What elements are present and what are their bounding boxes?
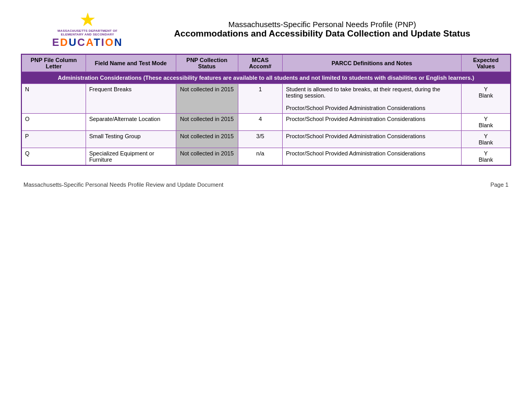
dept-text: MASSACHUSETTS DEPARTMENT OF ELEMENTARY A… bbox=[57, 29, 117, 37]
cell-letter-p: P bbox=[21, 131, 86, 148]
page-header: ★ MASSACHUSETTS DEPARTMENT OF ELEMENTARY… bbox=[52, 10, 511, 49]
footer-right: Page 1 bbox=[490, 182, 509, 188]
edu-text: EDUCATION bbox=[52, 37, 123, 49]
cell-mcas-n: 1 bbox=[238, 84, 283, 114]
cell-parcc-o: Proctor/School Provided Administration C… bbox=[283, 114, 462, 131]
star-icon: ★ bbox=[79, 10, 96, 29]
cell-field-q: Specialized Equipment or Furniture bbox=[86, 148, 176, 166]
col-header-letter: PNP File Column Letter bbox=[21, 54, 86, 72]
table-row: P Small Testing Group Not collected in 2… bbox=[21, 131, 511, 148]
main-table: PNP File Column Letter Field Name and Te… bbox=[21, 54, 511, 166]
cell-status-p: Not collected in 2015 bbox=[176, 131, 238, 148]
cell-letter-o: O bbox=[21, 114, 86, 131]
col-header-parcc: PARCC Definitions and Notes bbox=[283, 54, 462, 72]
title-sub: Accommodations and Accessibility Data Co… bbox=[133, 29, 511, 39]
cell-letter-n: N bbox=[21, 84, 86, 114]
table-row: Q Specialized Equipment or Furniture Not… bbox=[21, 148, 511, 166]
title-block: Massachusetts-Specific Personal Needs Pr… bbox=[133, 20, 511, 39]
cell-mcas-o: 4 bbox=[238, 114, 283, 131]
col-header-expected: Expected Values bbox=[461, 54, 511, 72]
cell-parcc-p: Proctor/School Provided Administration C… bbox=[283, 131, 462, 148]
col-header-status: PNP Collection Status bbox=[176, 54, 238, 72]
section-header-row: Administration Considerations (These acc… bbox=[21, 72, 511, 84]
cell-field-n: Frequent Breaks bbox=[86, 84, 176, 114]
cell-expected-o: Y Blank bbox=[461, 114, 511, 131]
logo-area: ★ MASSACHUSETTS DEPARTMENT OF ELEMENTARY… bbox=[52, 10, 123, 49]
table-header-row: PNP File Column Letter Field Name and Te… bbox=[21, 54, 511, 72]
cell-status-n: Not collected in 2015 bbox=[176, 84, 238, 114]
cell-field-o: Separate/Alternate Location bbox=[86, 114, 176, 131]
section-header-text: Administration Considerations (These acc… bbox=[21, 72, 511, 84]
cell-status-q: Not collected in 2015 bbox=[176, 148, 238, 166]
cell-expected-p: Y Blank bbox=[461, 131, 511, 148]
cell-mcas-p: 3/5 bbox=[238, 131, 283, 148]
cell-expected-n: Y Blank bbox=[461, 84, 511, 114]
page-footer: Massachusetts-Specific Personal Needs Pr… bbox=[21, 182, 511, 188]
cell-expected-q: Y Blank bbox=[461, 148, 511, 166]
footer-left: Massachusetts-Specific Personal Needs Pr… bbox=[23, 182, 223, 188]
table-row: N Frequent Breaks Not collected in 2015 … bbox=[21, 84, 511, 114]
cell-field-p: Small Testing Group bbox=[86, 131, 176, 148]
col-header-field: Field Name and Test Mode bbox=[86, 54, 176, 72]
cell-mcas-q: n/a bbox=[238, 148, 283, 166]
cell-parcc-q: Proctor/School Provided Administration C… bbox=[283, 148, 462, 166]
cell-letter-q: Q bbox=[21, 148, 86, 166]
cell-status-o: Not collected in 2015 bbox=[176, 114, 238, 131]
table-row: O Separate/Alternate Location Not collec… bbox=[21, 114, 511, 131]
col-header-mcas: MCAS Accom# bbox=[238, 54, 283, 72]
title-main: Massachusetts-Specific Personal Needs Pr… bbox=[133, 20, 511, 29]
cell-parcc-n: Student is allowed to take breaks, at th… bbox=[283, 84, 462, 114]
